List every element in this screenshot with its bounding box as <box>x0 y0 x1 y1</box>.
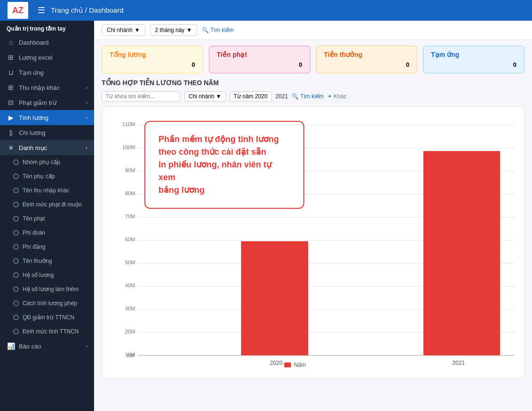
logo: AZ <box>8 2 28 19</box>
search-link[interactable]: 🔍 Tìm kiếm <box>202 27 234 33</box>
sidebar-item-phi-doan[interactable]: Phí đoàn <box>0 226 94 240</box>
sidebar-item-ten-thu-nhap-khac[interactable]: Tên thu nhập khác <box>0 183 94 198</box>
svg-text:2020: 2020 <box>270 360 283 366</box>
card-title: Tiền thưởng <box>324 51 410 58</box>
svg-text:60M: 60M <box>125 237 135 242</box>
logo-text: AZ <box>12 6 24 16</box>
sidebar-item-phi-dang[interactable]: Phí đảng <box>0 240 94 254</box>
sidebar-item-dashboard[interactable]: ⌂ Dashboard <box>0 35 94 50</box>
menu-icon: ≡ <box>7 144 15 151</box>
bar-2020 <box>241 241 309 356</box>
dropdown-icon: ▼ <box>135 27 140 33</box>
sidebar-item-he-so-luong[interactable]: Hệ số lương <box>0 268 94 282</box>
time-label: 2 tháng này <box>155 27 185 33</box>
chart-filters: Chi nhánh ▼ Từ năm 2020 2021 🔍 Tìm kiếm … <box>102 91 524 102</box>
sidebar-item-danh-muc[interactable]: ≡ Danh mục ‹ <box>0 140 94 155</box>
branch-filter-button[interactable]: Chi nhánh ▼ <box>102 24 145 36</box>
search-label: Tìm kiếm <box>210 27 234 33</box>
sidebar-item-tinh-luong[interactable]: ▶ Tính lương › <box>0 110 94 125</box>
sidebar-item-label: Chi lương <box>19 129 45 136</box>
card-value: 0 <box>431 61 516 68</box>
from-year-label: Từ năm 2020 <box>234 93 268 100</box>
card-tien-phat: Tiền phạt 0 <box>209 46 310 73</box>
sidebar-item-cach-tinh-luong-phep[interactable]: Cách tính lương phép <box>0 296 94 310</box>
filter-bar: Chi nhánh ▼ 2 tháng này ▼ 🔍 Tìm kiếm <box>94 21 532 40</box>
branch-label: Chi nhánh <box>107 27 133 33</box>
chart-icon: 📊 <box>7 342 15 350</box>
plus-icon: ⊞ <box>7 84 15 91</box>
sidebar-item-label: Danh mục <box>19 144 47 151</box>
play-icon: ▶ <box>7 114 15 121</box>
card-tien-thuong: Tiền thưởng 0 <box>316 46 418 73</box>
sidebar-item-label: Tên thu nhập khác <box>23 187 70 194</box>
chart-search-input[interactable] <box>102 91 181 102</box>
sidebar-item-qd-giam-tru-ttncn[interactable]: QĐ giảm trừ TTNCN <box>0 310 94 324</box>
sidebar-item-label: Thu nhập khác <box>19 84 60 91</box>
home-icon: ⌂ <box>7 39 15 46</box>
time-filter-button[interactable]: 2 tháng này ▼ <box>150 24 198 36</box>
circle-icon <box>13 159 19 165</box>
chevron-icon: › <box>86 85 87 90</box>
sidebar-item-ten-phu-cap[interactable]: Tên phụ cấp <box>0 169 94 183</box>
sidebar-item-label: Báo cáo <box>19 343 41 350</box>
circle-icon <box>13 230 19 236</box>
sidebar-item-label: QĐ giảm trừ TTNCN <box>23 314 74 321</box>
circle-icon <box>13 329 19 334</box>
bitcoin-icon: ₿ <box>7 129 15 136</box>
card-title: Tiền phạt <box>217 51 302 58</box>
hamburger-icon[interactable]: ☰ <box>38 5 45 16</box>
branch-label: Chi nhánh <box>189 93 214 100</box>
sidebar-item-label: Tạm ứng <box>19 69 44 76</box>
sidebar-item-label: Hệ số lương làm thêm <box>23 286 79 292</box>
search-label: Tìm kiếm <box>300 93 324 100</box>
circle-icon <box>13 202 19 207</box>
circle-icon <box>13 216 19 221</box>
svg-text:30M: 30M <box>125 306 135 311</box>
chart-search-link[interactable]: 🔍 Tìm kiếm <box>292 93 324 100</box>
main-content: Chi nhánh ▼ 2 tháng này ▼ 🔍 Tìm kiếm Tổn… <box>94 21 532 411</box>
svg-text:70M: 70M <box>125 213 135 219</box>
chart-branch-button[interactable]: Chi nhánh ▼ <box>184 91 226 102</box>
sidebar-item-thu-nhap-khac[interactable]: ⊞ Thu nhập khác › <box>0 80 94 95</box>
chevron-icon: › <box>86 343 87 349</box>
sidebar-item-bao-cao[interactable]: 📊 Báo cáo › <box>0 339 94 354</box>
sidebar-item-label: Phí đoàn <box>23 229 45 236</box>
sidebar-item-dinh-muc-phat-di-muon[interactable]: Định mức phạt đi muộn <box>0 198 94 212</box>
svg-text:0M: 0M <box>127 353 135 358</box>
sidebar-item-he-so-luong-lam-them[interactable]: Hệ số lương làm thêm <box>0 282 94 296</box>
topbar: AZ ☰ Trang chủ / Dashboard <box>0 0 532 21</box>
card-tong-luong: Tổng lương 0 <box>102 46 203 73</box>
sidebar-item-chi-luong[interactable]: ₿ Chi lương <box>0 125 94 140</box>
card-title: Tạm ứng <box>431 51 516 58</box>
bar-2021 <box>423 151 500 355</box>
chevron-icon: › <box>86 100 87 105</box>
sidebar-item-label: Tên phạt <box>23 215 45 222</box>
chart-to-year: 2021 <box>276 93 288 100</box>
svg-text:50M: 50M <box>125 260 135 265</box>
sidebar-item-label: Phí đảng <box>23 244 45 250</box>
svg-text:110M: 110M <box>122 121 135 127</box>
card-value: 0 <box>217 61 302 68</box>
chart-container: Phần mềm tự động tính lươngtheo công thứ… <box>102 106 524 379</box>
search-icon: 🔍 <box>202 27 209 33</box>
chart-other-link[interactable]: ✦ Khác <box>327 93 347 100</box>
sidebar-item-label: Cách tính lương phép <box>23 300 77 307</box>
sidebar-item-luong-excel[interactable]: ⊞ Lương excel <box>0 50 94 65</box>
svg-text:80M: 80M <box>125 190 135 196</box>
sidebar-item-nhom-phu-cap[interactable]: Nhóm phụ cấp <box>0 155 94 169</box>
sidebar-header: Quản trị trong tầm tay <box>0 21 94 35</box>
sidebar-item-dinh-muc-tinh-ttncn[interactable]: Định mức tính TTNCN <box>0 324 94 339</box>
circle-icon <box>13 188 19 193</box>
breadcrumb: Trang chủ / Dashboard <box>51 6 124 15</box>
circle-icon <box>13 258 19 264</box>
sidebar-item-ten-thuong[interactable]: Tên thưởng <box>0 254 94 268</box>
svg-text:40M: 40M <box>125 283 135 288</box>
popup-box: Phần mềm tự động tính lươngtheo công thứ… <box>144 121 304 209</box>
chart-from-year-button[interactable]: Từ năm 2020 <box>230 91 272 102</box>
popup-text: Phần mềm tự động tính lươngtheo công thứ… <box>159 133 290 197</box>
card-tam-ung: Tạm ứng 0 <box>423 46 524 73</box>
sidebar-item-tam-ung[interactable]: ⊔ Tạm ứng <box>0 65 94 80</box>
sidebar-item-phat-giam-tru[interactable]: ⊟ Phạt giảm trừ › <box>0 95 94 110</box>
sidebar-item-ten-phat[interactable]: Tên phạt <box>0 212 94 226</box>
dropdown-icon: ▼ <box>186 27 192 33</box>
